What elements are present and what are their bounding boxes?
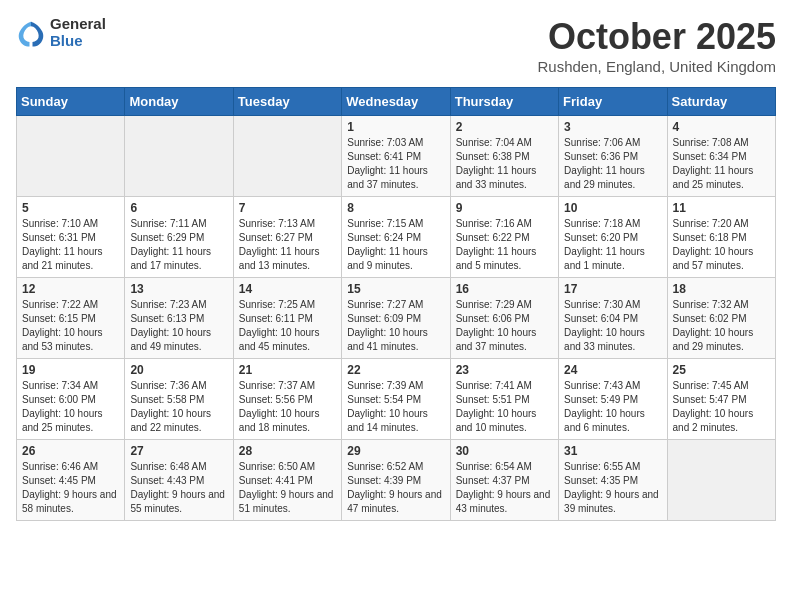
day-number: 19	[22, 363, 119, 377]
logo-general: General	[50, 16, 106, 33]
header-wednesday: Wednesday	[342, 88, 450, 116]
day-cell: 25Sunrise: 7:45 AM Sunset: 5:47 PM Dayli…	[667, 359, 775, 440]
day-cell: 1Sunrise: 7:03 AM Sunset: 6:41 PM Daylig…	[342, 116, 450, 197]
day-info: Sunrise: 7:30 AM Sunset: 6:04 PM Dayligh…	[564, 298, 661, 354]
day-info: Sunrise: 6:48 AM Sunset: 4:43 PM Dayligh…	[130, 460, 227, 516]
day-cell: 26Sunrise: 6:46 AM Sunset: 4:45 PM Dayli…	[17, 440, 125, 521]
day-info: Sunrise: 7:20 AM Sunset: 6:18 PM Dayligh…	[673, 217, 770, 273]
day-number: 30	[456, 444, 553, 458]
day-info: Sunrise: 7:06 AM Sunset: 6:36 PM Dayligh…	[564, 136, 661, 192]
week-row-4: 26Sunrise: 6:46 AM Sunset: 4:45 PM Dayli…	[17, 440, 776, 521]
week-row-1: 5Sunrise: 7:10 AM Sunset: 6:31 PM Daylig…	[17, 197, 776, 278]
day-cell: 24Sunrise: 7:43 AM Sunset: 5:49 PM Dayli…	[559, 359, 667, 440]
day-info: Sunrise: 7:29 AM Sunset: 6:06 PM Dayligh…	[456, 298, 553, 354]
day-number: 23	[456, 363, 553, 377]
day-cell: 29Sunrise: 6:52 AM Sunset: 4:39 PM Dayli…	[342, 440, 450, 521]
day-cell: 31Sunrise: 6:55 AM Sunset: 4:35 PM Dayli…	[559, 440, 667, 521]
day-number: 12	[22, 282, 119, 296]
day-cell: 5Sunrise: 7:10 AM Sunset: 6:31 PM Daylig…	[17, 197, 125, 278]
day-number: 4	[673, 120, 770, 134]
day-cell: 12Sunrise: 7:22 AM Sunset: 6:15 PM Dayli…	[17, 278, 125, 359]
day-info: Sunrise: 7:16 AM Sunset: 6:22 PM Dayligh…	[456, 217, 553, 273]
day-info: Sunrise: 7:41 AM Sunset: 5:51 PM Dayligh…	[456, 379, 553, 435]
header-saturday: Saturday	[667, 88, 775, 116]
day-cell: 17Sunrise: 7:30 AM Sunset: 6:04 PM Dayli…	[559, 278, 667, 359]
day-number: 21	[239, 363, 336, 377]
calendar-header: SundayMondayTuesdayWednesdayThursdayFrid…	[17, 88, 776, 116]
logo-icon	[16, 18, 46, 48]
day-number: 7	[239, 201, 336, 215]
logo-text: General Blue	[50, 16, 106, 49]
week-row-0: 1Sunrise: 7:03 AM Sunset: 6:41 PM Daylig…	[17, 116, 776, 197]
day-number: 10	[564, 201, 661, 215]
day-number: 16	[456, 282, 553, 296]
day-info: Sunrise: 6:54 AM Sunset: 4:37 PM Dayligh…	[456, 460, 553, 516]
day-cell: 19Sunrise: 7:34 AM Sunset: 6:00 PM Dayli…	[17, 359, 125, 440]
day-cell	[233, 116, 341, 197]
day-number: 22	[347, 363, 444, 377]
day-info: Sunrise: 7:11 AM Sunset: 6:29 PM Dayligh…	[130, 217, 227, 273]
day-number: 26	[22, 444, 119, 458]
header-row: SundayMondayTuesdayWednesdayThursdayFrid…	[17, 88, 776, 116]
day-number: 17	[564, 282, 661, 296]
day-cell: 11Sunrise: 7:20 AM Sunset: 6:18 PM Dayli…	[667, 197, 775, 278]
day-info: Sunrise: 7:08 AM Sunset: 6:34 PM Dayligh…	[673, 136, 770, 192]
day-cell: 2Sunrise: 7:04 AM Sunset: 6:38 PM Daylig…	[450, 116, 558, 197]
day-number: 18	[673, 282, 770, 296]
header-monday: Monday	[125, 88, 233, 116]
day-info: Sunrise: 7:27 AM Sunset: 6:09 PM Dayligh…	[347, 298, 444, 354]
header-friday: Friday	[559, 88, 667, 116]
day-number: 24	[564, 363, 661, 377]
day-cell	[125, 116, 233, 197]
day-info: Sunrise: 7:10 AM Sunset: 6:31 PM Dayligh…	[22, 217, 119, 273]
day-number: 5	[22, 201, 119, 215]
day-number: 3	[564, 120, 661, 134]
day-number: 15	[347, 282, 444, 296]
day-info: Sunrise: 7:34 AM Sunset: 6:00 PM Dayligh…	[22, 379, 119, 435]
day-info: Sunrise: 6:46 AM Sunset: 4:45 PM Dayligh…	[22, 460, 119, 516]
day-cell: 15Sunrise: 7:27 AM Sunset: 6:09 PM Dayli…	[342, 278, 450, 359]
title-block: October 2025 Rushden, England, United Ki…	[538, 16, 777, 75]
header-thursday: Thursday	[450, 88, 558, 116]
week-row-2: 12Sunrise: 7:22 AM Sunset: 6:15 PM Dayli…	[17, 278, 776, 359]
day-cell: 6Sunrise: 7:11 AM Sunset: 6:29 PM Daylig…	[125, 197, 233, 278]
day-info: Sunrise: 7:25 AM Sunset: 6:11 PM Dayligh…	[239, 298, 336, 354]
day-cell: 30Sunrise: 6:54 AM Sunset: 4:37 PM Dayli…	[450, 440, 558, 521]
day-number: 14	[239, 282, 336, 296]
day-info: Sunrise: 7:45 AM Sunset: 5:47 PM Dayligh…	[673, 379, 770, 435]
day-info: Sunrise: 7:43 AM Sunset: 5:49 PM Dayligh…	[564, 379, 661, 435]
day-cell: 7Sunrise: 7:13 AM Sunset: 6:27 PM Daylig…	[233, 197, 341, 278]
day-number: 29	[347, 444, 444, 458]
day-number: 25	[673, 363, 770, 377]
logo: General Blue	[16, 16, 106, 49]
day-number: 1	[347, 120, 444, 134]
day-info: Sunrise: 7:37 AM Sunset: 5:56 PM Dayligh…	[239, 379, 336, 435]
day-cell: 16Sunrise: 7:29 AM Sunset: 6:06 PM Dayli…	[450, 278, 558, 359]
day-cell: 13Sunrise: 7:23 AM Sunset: 6:13 PM Dayli…	[125, 278, 233, 359]
day-cell: 20Sunrise: 7:36 AM Sunset: 5:58 PM Dayli…	[125, 359, 233, 440]
day-info: Sunrise: 7:18 AM Sunset: 6:20 PM Dayligh…	[564, 217, 661, 273]
day-number: 6	[130, 201, 227, 215]
day-cell: 23Sunrise: 7:41 AM Sunset: 5:51 PM Dayli…	[450, 359, 558, 440]
day-number: 8	[347, 201, 444, 215]
day-info: Sunrise: 6:55 AM Sunset: 4:35 PM Dayligh…	[564, 460, 661, 516]
day-info: Sunrise: 6:52 AM Sunset: 4:39 PM Dayligh…	[347, 460, 444, 516]
day-number: 28	[239, 444, 336, 458]
day-cell: 8Sunrise: 7:15 AM Sunset: 6:24 PM Daylig…	[342, 197, 450, 278]
week-row-3: 19Sunrise: 7:34 AM Sunset: 6:00 PM Dayli…	[17, 359, 776, 440]
day-cell: 22Sunrise: 7:39 AM Sunset: 5:54 PM Dayli…	[342, 359, 450, 440]
day-cell: 9Sunrise: 7:16 AM Sunset: 6:22 PM Daylig…	[450, 197, 558, 278]
calendar-body: 1Sunrise: 7:03 AM Sunset: 6:41 PM Daylig…	[17, 116, 776, 521]
day-info: Sunrise: 7:03 AM Sunset: 6:41 PM Dayligh…	[347, 136, 444, 192]
day-cell: 27Sunrise: 6:48 AM Sunset: 4:43 PM Dayli…	[125, 440, 233, 521]
location: Rushden, England, United Kingdom	[538, 58, 777, 75]
day-info: Sunrise: 7:36 AM Sunset: 5:58 PM Dayligh…	[130, 379, 227, 435]
day-info: Sunrise: 7:04 AM Sunset: 6:38 PM Dayligh…	[456, 136, 553, 192]
day-cell: 21Sunrise: 7:37 AM Sunset: 5:56 PM Dayli…	[233, 359, 341, 440]
header-sunday: Sunday	[17, 88, 125, 116]
day-info: Sunrise: 7:39 AM Sunset: 5:54 PM Dayligh…	[347, 379, 444, 435]
day-info: Sunrise: 7:13 AM Sunset: 6:27 PM Dayligh…	[239, 217, 336, 273]
day-cell: 3Sunrise: 7:06 AM Sunset: 6:36 PM Daylig…	[559, 116, 667, 197]
day-number: 27	[130, 444, 227, 458]
day-number: 2	[456, 120, 553, 134]
